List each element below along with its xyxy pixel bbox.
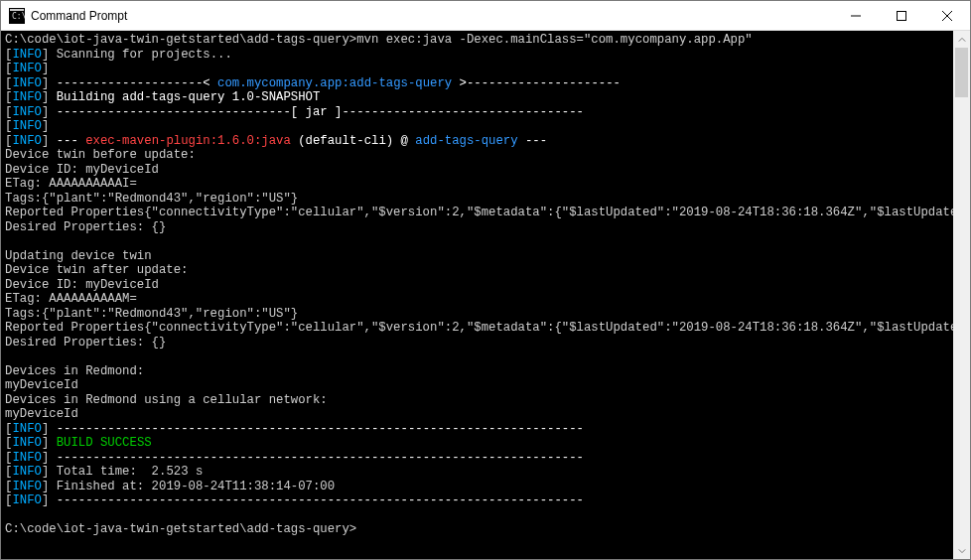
vertical-scrollbar[interactable]	[953, 31, 970, 559]
line: [INFO] Finished at: 2019-08-24T11:38:14-…	[5, 480, 335, 493]
log-text: Scanning for projects...	[49, 48, 231, 62]
log-text: ----------------------------------------…	[49, 451, 584, 465]
log-level: INFO	[12, 105, 42, 119]
line: [INFO] ---------------------------------…	[5, 422, 584, 436]
log-level: INFO	[12, 436, 42, 450]
log-text: ----------------------------------------…	[49, 493, 584, 507]
line: C:\code\iot-java-twin-getstarted\add-tag…	[5, 33, 753, 47]
scroll-track[interactable]	[953, 48, 970, 542]
terminal-area: C:\code\iot-java-twin-getstarted\add-tag…	[1, 31, 970, 559]
line: [INFO] --------------------< com.mycompa…	[5, 76, 621, 90]
scroll-thumb[interactable]	[955, 48, 968, 97]
log-level: INFO	[12, 90, 42, 104]
log-text: Total time: 2.523 s	[49, 465, 203, 479]
title-bar: C:\ Command Prompt	[1, 1, 970, 31]
line: [INFO] Scanning for projects...	[5, 48, 232, 62]
plugin-name: exec-maven-plugin:1.6.0:java	[85, 134, 291, 148]
log-level: INFO	[12, 119, 42, 133]
line: [INFO]	[5, 119, 49, 133]
window-title: Command Prompt	[31, 9, 833, 23]
terminal-output[interactable]: C:\code\iot-java-twin-getstarted\add-tag…	[1, 31, 953, 559]
svg-rect-1	[10, 9, 24, 11]
module-name: com.mycompany.app:add-tags-query	[217, 76, 452, 90]
build-success: BUILD SUCCESS	[57, 436, 152, 450]
log-level: INFO	[12, 493, 42, 507]
line: [INFO] ---------------------------------…	[5, 493, 584, 507]
log-text: Finished at: 2019-08-24T11:38:14-07:00	[49, 480, 335, 493]
log-level: INFO	[12, 465, 42, 479]
log-level: INFO	[12, 62, 42, 75]
plugin-target: add-tags-query	[415, 134, 517, 148]
line: [INFO] ---------------------------------…	[5, 451, 584, 465]
log-level: INFO	[12, 76, 42, 90]
line: [INFO] Building add-tags-query 1.0-SNAPS…	[5, 90, 320, 104]
line: [INFO]	[5, 62, 49, 75]
log-text: ----------------------------------------…	[49, 422, 584, 436]
window-controls	[833, 1, 970, 30]
log-level: INFO	[12, 134, 42, 148]
line: [INFO] --- exec-maven-plugin:1.6.0:java …	[5, 134, 547, 148]
close-button[interactable]	[924, 1, 970, 30]
prompt: C:\code\iot-java-twin-getstarted\add-tag…	[5, 33, 356, 47]
command: mvn exec:java -Dexec.mainClass="com.myco…	[356, 33, 752, 47]
log-level: INFO	[12, 48, 42, 62]
log-level: INFO	[12, 422, 42, 436]
log-level: INFO	[12, 480, 42, 493]
scroll-down-button[interactable]	[953, 542, 970, 559]
svg-rect-4	[898, 11, 906, 20]
output-body: Device twin before update: Device ID: my…	[5, 148, 953, 421]
log-level: INFO	[12, 451, 42, 465]
scroll-up-button[interactable]	[953, 31, 970, 48]
log-text: Building add-tags-query 1.0-SNAPSHOT	[49, 90, 320, 104]
maximize-button[interactable]	[879, 1, 924, 30]
line: [INFO] BUILD SUCCESS	[5, 436, 152, 450]
cmd-icon: C:\	[9, 8, 25, 24]
command-prompt-window: C:\ Command Prompt C:\code\iot-java-twin…	[0, 0, 971, 560]
log-text: --------------------------------[ jar ]-…	[49, 105, 584, 119]
line: [INFO] Total time: 2.523 s	[5, 465, 203, 479]
svg-text:C:\: C:\	[12, 12, 25, 21]
line: [INFO] --------------------------------[…	[5, 105, 584, 119]
prompt: C:\code\iot-java-twin-getstarted\add-tag…	[5, 522, 356, 536]
minimize-button[interactable]	[833, 1, 879, 30]
